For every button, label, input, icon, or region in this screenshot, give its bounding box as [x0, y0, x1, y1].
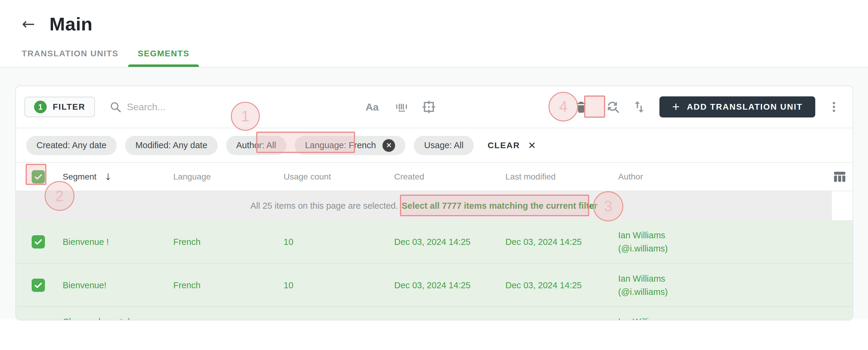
author-handle: (@i.williams) — [618, 285, 827, 298]
plus-icon: + — [672, 101, 680, 113]
chip-usage[interactable]: Usage: All — [414, 136, 474, 155]
chip-label: Language: French — [305, 140, 376, 150]
table-header-row: Segment ↓ Language Usage count Created L… — [16, 163, 852, 191]
row-checkbox-cell — [16, 279, 55, 292]
created-cell: Dec 03, 2024 14:25 — [390, 279, 501, 292]
segments-card: 1 FILTER Aa — [16, 86, 853, 320]
column-header-last-modified[interactable]: Last modified — [501, 172, 616, 182]
filter-count-badge: 1 — [34, 101, 47, 113]
search-icon — [109, 100, 122, 114]
chip-label: Usage: All — [424, 140, 464, 150]
author-handle: (@i.williams) — [618, 242, 827, 255]
language-cell: French — [170, 235, 281, 249]
tab-segments[interactable]: SEGMENTS — [128, 49, 199, 67]
author-cell: Ian Williams (@i.williams) — [616, 315, 827, 321]
usage-count-cell: 10 — [281, 279, 390, 292]
selection-banner: All 25 items on this page are selected. … — [16, 191, 832, 220]
author-cell: Ian Williams (@i.williams) — [616, 229, 827, 255]
row-checkbox[interactable] — [32, 279, 45, 292]
created-cell: Dec 03, 2024 14:25 — [390, 235, 501, 249]
chip-label: Modified: Any date — [135, 140, 207, 150]
page: ← Main TRANSLATION UNITS SEGMENTS 1 FILT… — [0, 0, 868, 350]
selection-banner-row: All 25 items on this page are selected. … — [16, 191, 852, 220]
header-checkbox-cell — [16, 170, 55, 184]
tab-label: SEGMENTS — [138, 49, 190, 58]
clear-filters-button[interactable]: CLEAR ✕ — [488, 140, 536, 151]
add-button-label: ADD TRANSLATION UNIT — [687, 102, 803, 112]
chip-author[interactable]: Author: All — [226, 136, 286, 155]
filter-chips-row: Created: Any date Modified: Any date Aut… — [16, 128, 852, 162]
content-area: 1 FILTER Aa — [0, 67, 868, 319]
column-header-author[interactable]: Author — [616, 172, 827, 182]
chip-label: Created: Any date — [36, 140, 106, 150]
tab-label: TRANSLATION UNITS — [22, 49, 119, 58]
author-cell: Ian Williams (@i.williams) — [616, 272, 827, 298]
author-name: Ian Williams — [618, 272, 827, 285]
select-all-matching-link[interactable]: Select all 7777 items matching the curre… — [402, 201, 598, 211]
column-header-usage-count[interactable]: Usage count — [281, 172, 390, 182]
chip-modified[interactable]: Modified: Any date — [125, 136, 218, 155]
author-name: Ian Williams — [618, 229, 827, 242]
filter-button-label: FILTER — [53, 102, 85, 112]
column-header-created[interactable]: Created — [390, 172, 501, 182]
page-title: Main — [50, 13, 93, 35]
add-translation-unit-button[interactable]: + ADD TRANSLATION UNIT — [659, 96, 815, 118]
column-label: Segment — [63, 172, 96, 182]
table-row[interactable]: Bienvenue ! French 10 Dec 03, 2024 14:25… — [16, 220, 852, 263]
tab-bar: TRANSLATION UNITS SEGMENTS — [0, 36, 868, 67]
sort-desc-icon: ↓ — [104, 172, 112, 182]
selection-banner-text: All 25 items on this page are selected. — [250, 201, 398, 211]
column-header-segment[interactable]: Segment ↓ — [55, 172, 170, 182]
page-header: ← Main — [0, 0, 868, 36]
segment-cell: Bienvenue ! — [55, 235, 170, 249]
author-name: Ian Williams — [618, 315, 827, 321]
row-checkbox-cell — [16, 235, 55, 249]
usage-count-cell: 10 — [281, 235, 390, 249]
table-row[interactable]: Changer le mot de passe French 10 Dec 03… — [16, 306, 852, 320]
search-input[interactable] — [127, 101, 253, 113]
column-header-language[interactable]: Language — [170, 172, 281, 182]
selection-frame-icon[interactable] — [421, 99, 436, 115]
sort-order-icon[interactable] — [632, 99, 647, 115]
match-case-icon[interactable]: Aa — [366, 101, 378, 113]
back-arrow-icon[interactable]: ← — [21, 16, 36, 32]
segment-cell: Bienvenue! — [55, 279, 170, 292]
filter-button[interactable]: 1 FILTER — [24, 97, 95, 117]
column-settings-icon[interactable] — [832, 169, 847, 184]
select-all-checkbox[interactable] — [32, 170, 45, 184]
delete-icon[interactable] — [572, 100, 590, 114]
clear-label: CLEAR — [488, 141, 520, 150]
match-whole-word-icon[interactable] — [394, 99, 409, 115]
search-field — [109, 100, 253, 114]
more-options-icon[interactable] — [827, 100, 841, 114]
active-tab-underline — [128, 64, 199, 67]
chip-language[interactable]: Language: French ✕ — [295, 136, 405, 155]
remove-language-filter-icon[interactable]: ✕ — [382, 139, 395, 152]
segment-cell: Changer le mot de passe — [55, 315, 170, 321]
toolbar: 1 FILTER Aa — [16, 86, 852, 128]
language-cell: French — [170, 279, 281, 292]
row-checkbox[interactable] — [32, 235, 45, 249]
find-replace-icon[interactable] — [605, 99, 621, 115]
tab-translation-units[interactable]: TRANSLATION UNITS — [12, 49, 128, 67]
header-columns-cell — [827, 169, 852, 184]
chip-label: Author: All — [236, 140, 276, 150]
last-modified-cell: Dec 03, 2024 14:25 — [501, 235, 616, 249]
chip-created[interactable]: Created: Any date — [26, 136, 117, 155]
clear-x-icon: ✕ — [528, 140, 536, 151]
last-modified-cell: Dec 03, 2024 14:25 — [501, 279, 616, 292]
table-row[interactable]: Bienvenue! French 10 Dec 03, 2024 14:25 … — [16, 263, 852, 306]
